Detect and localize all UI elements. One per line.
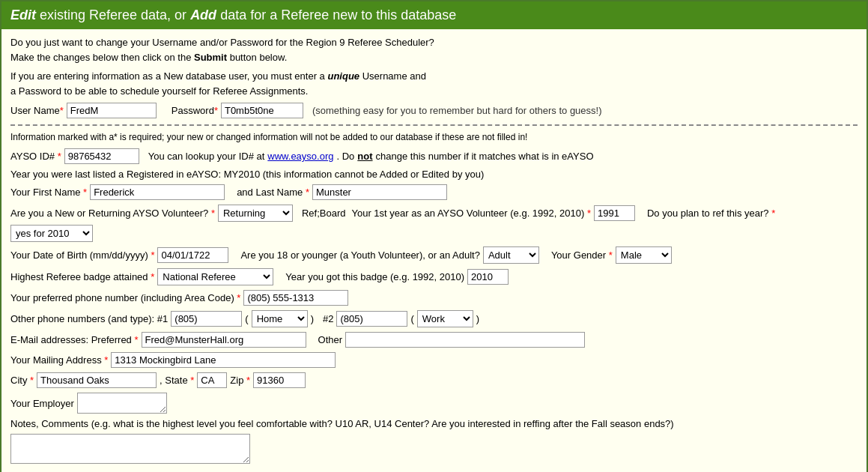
email-preferred-label: E-Mail addresses: Preferred * bbox=[10, 334, 139, 345]
unique-word: unique bbox=[327, 70, 359, 82]
info-note: Information marked with a* is required; … bbox=[10, 132, 858, 142]
ayso-id-row: AYSO ID# * You can lookup your ID# at ww… bbox=[10, 148, 858, 164]
preferred-phone-row: Your preferred phone number (including A… bbox=[10, 290, 858, 306]
year-listed-text: Year you were last listed a Registered i… bbox=[10, 169, 484, 180]
name-row: Your First Name * and Last Name * bbox=[10, 184, 858, 200]
last-name-input[interactable] bbox=[312, 184, 447, 200]
first-name-input[interactable] bbox=[90, 184, 225, 200]
header-rest2: data for a Referee new to this database bbox=[216, 7, 456, 22]
zip-label: Zip * bbox=[230, 375, 250, 386]
notes-row: Notes, Comments (e.g. what is the highes… bbox=[10, 418, 858, 464]
employer-label: Your Employer bbox=[10, 398, 74, 409]
year-listed-row: Year you were last listed a Registered i… bbox=[10, 169, 858, 180]
badge-select[interactable]: National Referee Regional Referee Area R… bbox=[157, 268, 273, 285]
username-input[interactable] bbox=[67, 103, 157, 118]
phone1-type-select[interactable]: Home Work Cell Other bbox=[252, 310, 308, 327]
password-label: Password* bbox=[172, 105, 218, 116]
password-hint: (something easy for you to remember but … bbox=[312, 105, 602, 116]
phone1-input[interactable] bbox=[171, 311, 242, 327]
intro-submit-word: Submit bbox=[194, 52, 227, 63]
plan-ref-select[interactable]: yes for 2010 no bbox=[10, 225, 93, 242]
zip-input[interactable] bbox=[253, 372, 306, 388]
ayso-id-input[interactable] bbox=[64, 148, 139, 164]
main-container: Edit existing Referee data, or Add data … bbox=[0, 0, 868, 472]
youth-label: Are you 18 or younger (a Youth Volunteer… bbox=[240, 249, 479, 261]
city-state-zip-row: City * , State * Zip * bbox=[10, 372, 858, 388]
first-year-label: Your 1st year as an AYSO Volunteer (e.g.… bbox=[351, 208, 590, 219]
ayso-note: You can lookup your ID# at bbox=[148, 151, 265, 162]
dob-input[interactable] bbox=[157, 247, 228, 263]
first-name-label: Your First Name * bbox=[10, 187, 87, 198]
header-add: Add bbox=[190, 7, 216, 22]
notes-label: Notes, Comments (e.g. what is the highes… bbox=[10, 418, 674, 429]
intro-block2: If you are entering information as a New… bbox=[10, 69, 858, 98]
email-other-label: Other bbox=[318, 334, 343, 345]
gender-label: Your Gender * bbox=[551, 249, 613, 261]
dob-row: Your Date of Birth (mm/dd/yyyy) * Are yo… bbox=[10, 246, 858, 264]
intro-line4: a Password to be able to schedule yourse… bbox=[10, 84, 858, 99]
notes-input[interactable] bbox=[10, 434, 250, 464]
dob-label: Your Date of Birth (mm/dd/yyyy) * bbox=[10, 249, 154, 261]
first-year-input[interactable] bbox=[594, 205, 635, 221]
badge-row: Highest Referee badge attained * Nationa… bbox=[10, 268, 858, 285]
email-other-input[interactable] bbox=[345, 332, 585, 348]
new-returning-select[interactable]: Returning New bbox=[218, 205, 293, 222]
phone-input[interactable] bbox=[243, 290, 348, 306]
state-input[interactable] bbox=[197, 372, 227, 388]
plan-ref-label: Do you plan to ref this year? * bbox=[647, 208, 775, 219]
phone-label: Your preferred phone number (including A… bbox=[10, 292, 240, 303]
intro-line1: Do you just want to change your Username… bbox=[10, 35, 858, 50]
returning-row: Are you a New or Returning AYSO Voluntee… bbox=[10, 205, 858, 242]
email-preferred-input[interactable] bbox=[142, 332, 306, 348]
employer-row: Your Employer bbox=[10, 393, 858, 414]
username-password-row: User Name* Password* (something easy for… bbox=[10, 103, 858, 118]
phone2-input[interactable] bbox=[336, 311, 407, 327]
page-header: Edit existing Referee data, or Add data … bbox=[1, 1, 867, 29]
state-label: , State * bbox=[160, 375, 194, 386]
mailing-label: Your Mailing Address * bbox=[10, 354, 108, 366]
new-returning-label: Are you a New or Returning AYSO Voluntee… bbox=[10, 208, 215, 219]
form-content: Do you just want to change your Username… bbox=[1, 29, 867, 472]
badge-label: Highest Referee badge attained * bbox=[10, 271, 154, 282]
header-rest: existing Referee data, or bbox=[36, 7, 190, 22]
badge-year-label: Year you got this badge (e.g. 1992, 2010… bbox=[285, 271, 464, 282]
ayso-id-label: AYSO ID# * bbox=[10, 151, 61, 162]
password-input[interactable] bbox=[221, 103, 303, 118]
badge-year-input[interactable] bbox=[467, 269, 509, 285]
employer-input[interactable] bbox=[77, 393, 167, 414]
city-input[interactable] bbox=[37, 372, 157, 388]
youth-select[interactable]: Adult Youth bbox=[483, 246, 539, 264]
header-edit: Edit bbox=[10, 7, 36, 22]
divider bbox=[10, 124, 858, 126]
intro-line3: If you are entering information as a New… bbox=[10, 69, 858, 84]
email-row: E-Mail addresses: Preferred * Other bbox=[10, 332, 858, 348]
phone2-type-select[interactable]: Home Work Cell Other bbox=[417, 310, 473, 327]
other-phones-row: Other phone numbers (and type): #1 ( Hom… bbox=[10, 310, 858, 327]
mailing-address-row: Your Mailing Address * bbox=[10, 352, 858, 368]
phone2-label: #2 bbox=[323, 313, 333, 324]
refboard-label: Ref;Board bbox=[302, 208, 346, 219]
username-label: User Name* bbox=[10, 105, 64, 116]
ayso-link[interactable]: www.eayso.org bbox=[267, 151, 333, 162]
mailing-input[interactable] bbox=[111, 352, 336, 368]
gender-select[interactable]: Male Female bbox=[616, 246, 672, 264]
not-word: not bbox=[357, 151, 372, 162]
city-label: City * bbox=[10, 375, 34, 386]
intro-line2: Make the changes below then click on the… bbox=[10, 50, 858, 65]
other-phones-label: Other phone numbers (and type): #1 bbox=[10, 313, 168, 324]
intro-block: Do you just want to change your Username… bbox=[10, 35, 858, 64]
last-name-label: and Last Name * bbox=[237, 187, 309, 198]
